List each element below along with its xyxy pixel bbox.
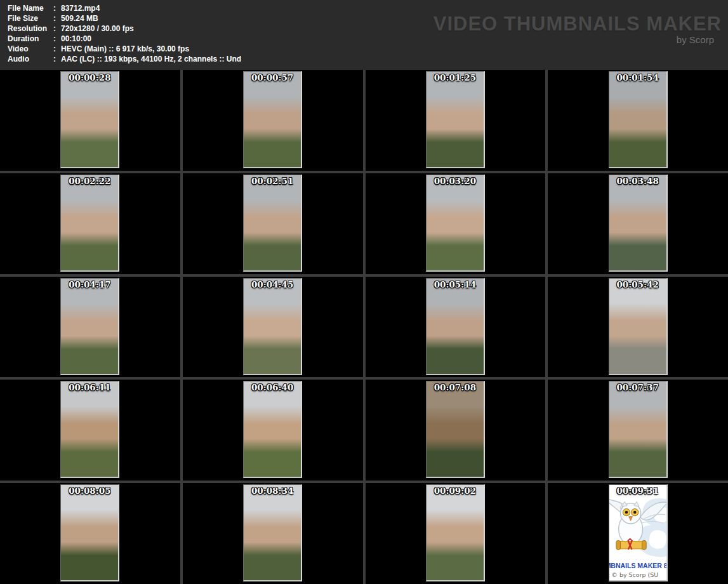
vtm-logo: VIDEO THUMBNAILS MAKER by Scorp — [433, 13, 722, 45]
frame-placeholder-art — [427, 382, 484, 477]
timestamp-label: 00:01:54 — [607, 72, 669, 83]
video-frame-thumbnail: 8 MBNAILS MAKER 8 t © by Scorp (SU 00:09… — [609, 484, 668, 581]
field-value: 509.24 MB — [61, 13, 241, 23]
timestamp-label: 00:02:51 — [241, 176, 303, 186]
thumbnail-cell: 00:04:17 — [0, 277, 180, 378]
video-frame-thumbnail: 00:05:14 — [426, 278, 485, 375]
frame-placeholder-art: 8 MBNAILS MAKER 8 t © by Scorp (SU — [609, 485, 666, 580]
vtm-logo-title: VIDEO THUMBNAILS MAKER — [433, 13, 722, 36]
media-info-fields: File Name : 83712.mp4 File Size : 509.24… — [8, 3, 241, 64]
frame-placeholder-art — [61, 382, 118, 477]
frame-placeholder-art — [609, 382, 666, 477]
thumbnail-cell: 00:06:11 — [0, 380, 180, 481]
video-frame-thumbnail: 00:03:20 — [426, 175, 485, 272]
thumbnail-cell: 00:02:51 — [183, 173, 363, 274]
thumbnail-cell: 00:03:20 — [366, 173, 546, 274]
field-label: Resolution — [8, 23, 53, 34]
timestamp-label: 00:05:14 — [424, 279, 486, 289]
thumbnail-cell: 00:08:05 — [0, 483, 180, 584]
field-value: 00:10:00 — [61, 34, 241, 44]
thumbnail-cell: 00:04:45 — [183, 277, 363, 378]
video-frame-thumbnail: 00:07:37 — [609, 381, 668, 478]
field-separator: : — [53, 44, 61, 54]
field-value: 720x1280 / 30.00 fps — [61, 23, 241, 34]
video-frame-thumbnail: 00:06:11 — [60, 381, 119, 478]
thumbnail-cell: 00:05:42 — [548, 277, 728, 378]
video-frame-thumbnail: 00:00:28 — [60, 71, 119, 168]
timestamp-label: 00:02:22 — [58, 176, 121, 186]
timestamp-label: 00:07:37 — [607, 382, 669, 392]
timestamp-label: 00:04:17 — [58, 279, 121, 289]
field-label: Audio — [8, 54, 53, 64]
contact-sheet: File Name : 83712.mp4 File Size : 509.24… — [0, 0, 728, 584]
field-separator: : — [53, 13, 61, 23]
video-frame-thumbnail: 00:04:45 — [243, 278, 302, 375]
thumbnail-cell: 00:03:48 — [548, 173, 728, 274]
field-resolution: Resolution : 720x1280 / 30.00 fps — [8, 23, 241, 34]
frame-placeholder-art — [244, 382, 301, 477]
field-separator: : — [53, 23, 61, 34]
timestamp-label: 00:09:02 — [424, 486, 486, 496]
thumbnail-cell: 00:05:14 — [366, 277, 546, 378]
field-separator: : — [53, 54, 61, 64]
thumbnail-cell: 00:02:22 — [0, 173, 180, 274]
frame-placeholder-art — [427, 485, 484, 580]
timestamp-label: 00:05:42 — [607, 279, 669, 289]
frame-placeholder-art — [427, 72, 484, 167]
frame-placeholder-art — [609, 279, 666, 374]
timestamp-label: 00:00:57 — [241, 72, 303, 83]
thumbnail-cell: 00:07:37 — [548, 380, 728, 481]
frame-placeholder-art — [244, 175, 301, 270]
timestamp-label: 00:01:25 — [424, 72, 486, 83]
video-frame-thumbnail: 00:03:48 — [609, 175, 668, 272]
timestamp-label: 00:06:40 — [241, 382, 303, 392]
field-file-name: File Name : 83712.mp4 — [8, 3, 241, 13]
thumbnail-cell: 00:07:08 — [366, 380, 546, 481]
field-label: File Name — [8, 3, 53, 13]
thumbnail-cell: 00:01:54 — [548, 70, 728, 171]
video-frame-thumbnail: 00:02:22 — [60, 175, 119, 272]
frame-placeholder-art — [609, 175, 666, 270]
timestamp-label: 00:03:48 — [607, 176, 669, 186]
thumbnail-cell: 00:06:40 — [183, 380, 363, 481]
timestamp-label: 00:03:20 — [424, 176, 486, 186]
video-frame-thumbnail: 00:04:17 — [60, 278, 119, 375]
thumbnail-cell: 00:00:28 — [0, 70, 180, 171]
field-label: Video — [8, 44, 53, 54]
video-frame-thumbnail: 00:00:57 — [243, 71, 302, 168]
timestamp-label: 00:08:34 — [241, 486, 303, 496]
timestamp-label: 00:00:28 — [58, 72, 121, 83]
field-label: Duration — [8, 34, 53, 44]
video-frame-thumbnail: 00:01:25 — [426, 71, 485, 168]
field-separator: : — [53, 34, 61, 44]
thumbnail-grid: 00:00:28 00:00:57 00:01:25 00:01:54 00:0… — [0, 70, 728, 584]
frame-placeholder-art — [61, 485, 118, 580]
video-frame-thumbnail: 00:01:54 — [609, 71, 668, 168]
frame-placeholder-art — [609, 72, 666, 167]
thumbnail-cell: 8 MBNAILS MAKER 8 t © by Scorp (SU 00:09… — [548, 483, 728, 584]
timestamp-label: 00:06:11 — [58, 382, 121, 392]
thumbnail-cell: 00:09:02 — [366, 483, 546, 584]
timestamp-label: 00:09:31 — [607, 486, 669, 496]
thumbnail-cell: 00:00:57 — [183, 70, 363, 171]
field-value: 83712.mp4 — [61, 3, 241, 13]
timestamp-label: 00:07:08 — [424, 382, 486, 392]
thumbnail-cell: 00:08:34 — [183, 483, 363, 584]
watermark-copyright-text: t © by Scorp (SU — [609, 571, 666, 578]
frame-placeholder-art — [244, 485, 301, 580]
watermark-title-text: MBNAILS MAKER 8 — [609, 562, 666, 569]
video-frame-thumbnail: 00:08:34 — [243, 484, 302, 581]
video-frame-thumbnail: 00:08:05 — [60, 484, 119, 581]
field-separator: : — [53, 3, 61, 13]
field-label: File Size — [8, 13, 53, 23]
frame-placeholder-art — [244, 72, 301, 167]
timestamp-label: 00:04:45 — [241, 279, 303, 289]
vtm-logo-byline: by Scorp — [433, 34, 722, 45]
owl-mascot-icon — [609, 494, 666, 555]
video-frame-thumbnail: 00:07:08 — [426, 381, 485, 478]
thumbnail-cell: 00:01:25 — [366, 70, 546, 171]
video-frame-thumbnail: 00:05:42 — [609, 278, 668, 375]
field-file-size: File Size : 509.24 MB — [8, 13, 241, 23]
frame-placeholder-art — [61, 72, 118, 167]
frame-placeholder-art — [427, 279, 484, 374]
